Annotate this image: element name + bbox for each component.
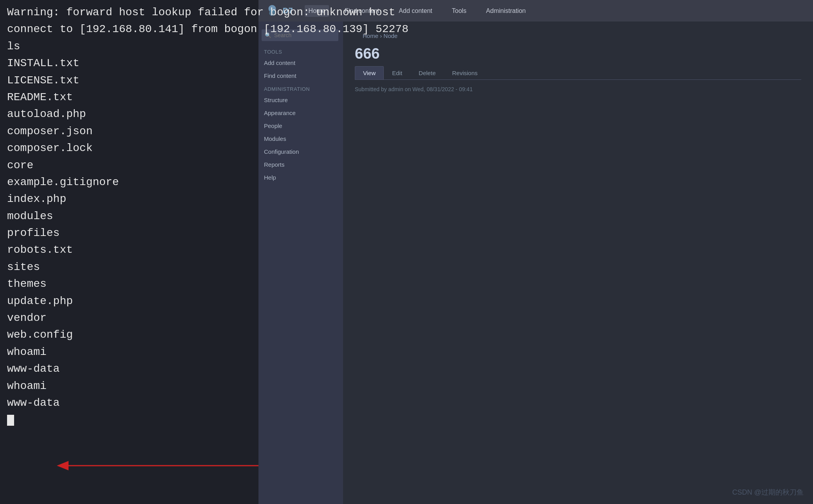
sidebar-item-add-content[interactable]: Add content <box>257 56 343 69</box>
page-title: 666 <box>355 45 801 62</box>
sidebar-item-structure[interactable]: Structure <box>257 94 343 106</box>
tab-delete[interactable]: Delete <box>410 66 444 79</box>
tab-view[interactable]: View <box>355 66 384 79</box>
nav-item-tools[interactable]: Tools <box>448 5 470 17</box>
sidebar-item-reports[interactable]: Reports <box>257 158 343 171</box>
sidebar-item-configuration[interactable]: Configuration <box>257 145 343 158</box>
sidebar-item-help[interactable]: Help <box>257 171 343 184</box>
drupal-sidebar: 🔍 Tools Add content Find content Adminis… <box>257 22 343 504</box>
terminal-output: Warning: forward host lookup failed for … <box>7 4 251 428</box>
terminal-cursor <box>7 415 14 426</box>
sidebar-item-people[interactable]: People <box>257 119 343 132</box>
tab-revisions[interactable]: Revisions <box>444 66 486 79</box>
nav-item-administration[interactable]: Administration <box>482 5 529 17</box>
sidebar-item-modules[interactable]: Modules <box>257 132 343 145</box>
sidebar-item-find-content[interactable]: Find content <box>257 69 343 82</box>
sidebar-section-admin-label: Administration <box>257 82 343 94</box>
nav-item-add-content[interactable]: Add content <box>395 5 436 17</box>
drupal-main-content: Home › Node 666 View Edit Delete Revisio… <box>343 22 813 504</box>
drupal-ui: D7 Home Find content Add content Tools A… <box>257 0 813 504</box>
sidebar-item-appearance[interactable]: Appearance <box>257 106 343 119</box>
node-meta: Submitted by admin on Wed, 08/31/2022 - … <box>355 86 801 92</box>
drupal-main-layout: 🔍 Tools Add content Find content Adminis… <box>257 22 813 504</box>
breadcrumb: Home › Node <box>355 29 801 42</box>
sidebar-section-tools-label: Tools <box>257 45 343 56</box>
tab-edit[interactable]: Edit <box>384 66 410 79</box>
terminal-panel: Warning: forward host lookup failed for … <box>0 0 258 504</box>
csdn-watermark: CSDN @过期的秋刀鱼 <box>732 488 804 497</box>
node-tabs-bar: View Edit Delete Revisions <box>355 66 801 80</box>
